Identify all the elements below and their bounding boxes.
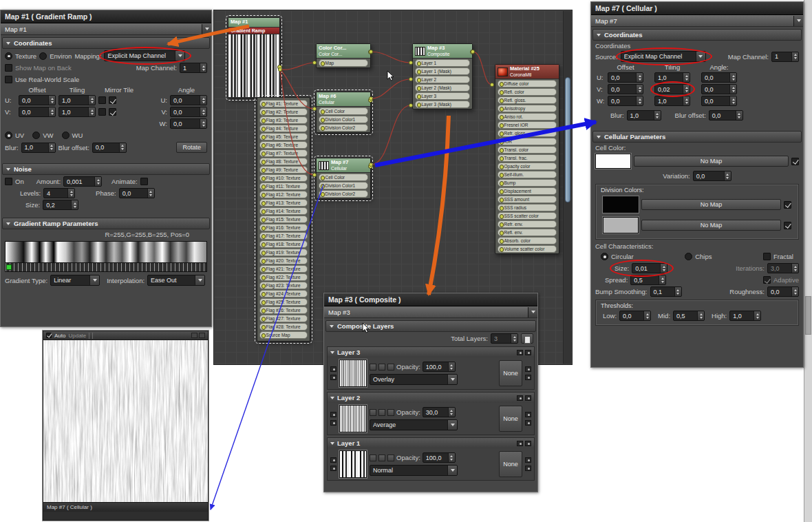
layer-mask-none-button[interactable]: None: [499, 451, 522, 477]
node-input-slot[interactable]: Flag #16: Texture: [259, 224, 308, 231]
blur-spinner[interactable]: 1,0: [627, 110, 661, 121]
node-input-slot[interactable]: Flag #23: Texture: [259, 282, 308, 289]
node-map1-output-socket[interactable]: [277, 65, 282, 70]
node-input-slot[interactable]: Flag #5: Texture: [259, 133, 308, 140]
tiling-spinner[interactable]: 0,02: [654, 84, 690, 94]
editor-scrollbar-handle[interactable]: [565, 77, 570, 202]
duplicate-layer-icon[interactable]: [378, 409, 385, 416]
layer-menu-icon[interactable]: [517, 395, 523, 401]
layer-menu-icon[interactable]: [517, 350, 523, 355]
node-input-slot[interactable]: Refr. env.: [498, 220, 557, 228]
node-input-slot[interactable]: Flag #3: Texture: [259, 116, 308, 124]
rollout-coordinates[interactable]: Coordinates: [2, 37, 210, 49]
division-color1-swatch[interactable]: [603, 196, 639, 213]
u-tiling-spinner[interactable]: 1,0: [58, 95, 96, 105]
color-correction-icon[interactable]: [370, 455, 376, 461]
node-input-slot[interactable]: Diffuse color: [498, 80, 557, 87]
node-material25-coronamtl[interactable]: Material #25 CoronaMtl Diffuse colorRefl…: [495, 64, 559, 254]
show-map-on-back-checkbox[interactable]: [5, 64, 12, 72]
uv-radio[interactable]: [5, 132, 12, 139]
v-angle-spinner[interactable]: 0,0: [170, 107, 207, 117]
node-map3-output-socket[interactable]: [470, 50, 475, 54]
layer-options-icon[interactable]: [525, 350, 531, 355]
bump-smoothing-spinner[interactable]: 0,1: [650, 286, 682, 297]
node-input-slot[interactable]: Flag #20: Texture: [259, 257, 308, 264]
scrollbar-handle[interactable]: [805, 296, 811, 335]
delete-layer-icon[interactable]: [387, 455, 394, 461]
levels-spinner[interactable]: 4: [43, 188, 75, 198]
division-color2-map-button[interactable]: No Map: [641, 220, 781, 231]
color-correction-icon[interactable]: [370, 364, 376, 370]
node-material-header[interactable]: Material #25 CoronaMtl: [495, 65, 559, 79]
node-map1-header[interactable]: Map #1: [228, 18, 279, 28]
node-input-slot[interactable]: Volume scatter color: [498, 245, 557, 253]
layer-mask-none-button[interactable]: None: [499, 406, 522, 432]
mask-menu-icon[interactable]: [525, 412, 531, 417]
dropdown-arrow-icon[interactable]: [447, 466, 457, 475]
node-input-slot[interactable]: Flag #1: Texture: [259, 100, 308, 107]
node-input-slot[interactable]: Layer 2 (Mask): [415, 84, 470, 92]
duplicate-layer-icon[interactable]: [378, 364, 385, 370]
node-input-slot[interactable]: Absorb. color: [498, 237, 557, 244]
v-tile-checkbox[interactable]: [109, 108, 116, 116]
update-button[interactable]: Update: [68, 333, 86, 339]
node-map7-cellular[interactable]: Map #7 Cellular Cell ColorDivision Color…: [316, 158, 371, 199]
node-map1-gradient-ramp[interactable]: Map #1 Gradient Ramp: [228, 17, 280, 98]
v-offset-spinner[interactable]: 0,0: [19, 107, 56, 117]
gradient-ramp-editor[interactable]: [5, 241, 207, 272]
layer-header[interactable]: Layer 2: [328, 393, 534, 403]
high-spinner[interactable]: 1,0: [729, 311, 761, 321]
division-color2-enable-checkbox[interactable]: [784, 222, 791, 229]
rollout-gradient-ramp-parameters[interactable]: Gradient Ramp Parameters: [2, 218, 210, 229]
layer-menu-icon[interactable]: [517, 441, 523, 446]
mask-options-icon[interactable]: [525, 375, 531, 380]
map-selector-dropdown[interactable]: Map #1: [1, 23, 211, 35]
minimize-icon[interactable]: [191, 333, 197, 338]
v-tiling-spinner[interactable]: 1,0: [58, 107, 96, 117]
node-input-slot[interactable]: Bump: [498, 179, 557, 187]
node-colorcor-header[interactable]: Color Cor... Color Cor...: [317, 44, 370, 59]
environ-radio[interactable]: [39, 52, 47, 60]
cell-color-swatch[interactable]: [595, 154, 631, 169]
dropdown-arrow-icon[interactable]: [447, 420, 457, 430]
blend-mode-dropdown[interactable]: Normal: [370, 465, 458, 476]
color-correction-icon[interactable]: [370, 409, 376, 416]
node-input-slot[interactable]: Flag #14: Texture: [259, 207, 308, 215]
rollout-noise[interactable]: Noise: [2, 163, 210, 175]
dropdown-arrow-icon[interactable]: [202, 24, 211, 34]
node-input-slot[interactable]: Aniso rot.: [498, 113, 557, 121]
gradient-type-dropdown[interactable]: Linear: [50, 275, 100, 286]
node-input-slot[interactable]: Cell Color: [319, 174, 368, 181]
roughness-spinner[interactable]: 0,0: [767, 286, 799, 297]
rollout-cellular-parameters[interactable]: Cellular Parameters: [592, 131, 802, 143]
node-input-slot[interactable]: Map: [319, 59, 368, 67]
node-input-slot[interactable]: Flag #25: Texture: [259, 298, 308, 306]
mid-spinner[interactable]: 0,5: [673, 311, 705, 321]
mask-visibility-toggle[interactable]: [330, 375, 336, 380]
wu-radio[interactable]: [62, 132, 70, 139]
blur-spinner[interactable]: 1,0: [21, 143, 56, 153]
node-colorcor-output-socket[interactable]: [368, 50, 373, 54]
node-input-slot[interactable]: Layer 1 (Mask): [415, 67, 470, 75]
layer-thumbnail[interactable]: [339, 359, 367, 387]
gradient-start-flag[interactable]: [6, 264, 12, 270]
angle-spinner[interactable]: 0,0: [701, 84, 737, 94]
mask-visibility-toggle[interactable]: [330, 466, 336, 471]
blur-offset-spinner[interactable]: 0,0: [709, 110, 743, 121]
node-input-slot[interactable]: Flag #26: Texture: [259, 306, 308, 314]
noise-on-checkbox[interactable]: [5, 178, 12, 185]
node-input-slot[interactable]: Flag #4: Texture: [259, 125, 308, 132]
gradient-ramp-bar[interactable]: [6, 242, 206, 262]
node-map6-output-socket[interactable]: [368, 98, 373, 103]
node-input-slot[interactable]: Flag #28: Texture: [259, 323, 308, 331]
u-mirror-checkbox[interactable]: [98, 96, 106, 104]
v-mirror-checkbox[interactable]: [98, 108, 106, 116]
layer-thumbnail[interactable]: [339, 450, 367, 478]
node-map6-cellular[interactable]: Map #6 Cellular Cell ColorDivision Color…: [316, 92, 371, 133]
node-input-slot[interactable]: IOR: [498, 138, 557, 145]
interpolation-dropdown[interactable]: Ease Out: [147, 275, 205, 286]
division-color1-map-button[interactable]: No Map: [641, 199, 781, 210]
layer-visibility-toggle[interactable]: [330, 457, 336, 463]
amount-spinner[interactable]: 0,001: [63, 176, 102, 187]
low-spinner[interactable]: 0,0: [619, 311, 651, 321]
